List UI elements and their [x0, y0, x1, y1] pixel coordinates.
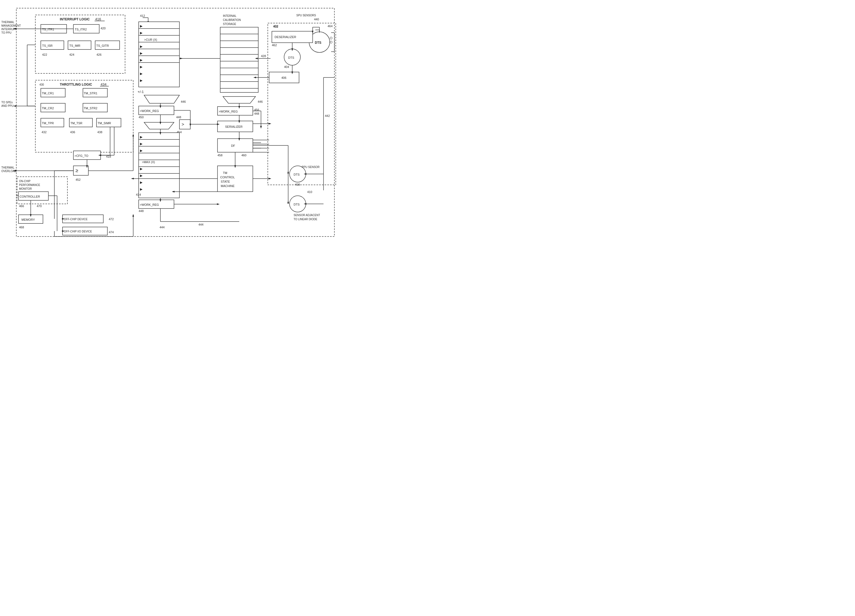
- to-spes-label1: TO SPEs: [2, 101, 13, 104]
- svg-text:▶: ▶: [140, 31, 143, 35]
- work-reg-448a-label: >WORK_REG: [140, 109, 159, 113]
- ref-432: 432: [41, 130, 46, 134]
- ref-448a: 448: [176, 115, 181, 119]
- internal-cal-label2: CALIBRATION: [223, 18, 241, 21]
- ref-446b: 446: [258, 100, 263, 103]
- reg-file-414: [139, 133, 179, 198]
- ts-itr2-label: TS_ITR2: [75, 28, 87, 31]
- internal-cal-label3: STORAGE: [223, 23, 236, 26]
- thermal-overload-label1: THERMAL: [2, 166, 14, 169]
- ref-418: 418: [106, 155, 111, 158]
- ref-426: 426: [97, 53, 101, 56]
- ref-416-label: 416: [95, 17, 101, 21]
- ref-422: 422: [42, 53, 47, 56]
- ref-410: 410: [307, 190, 312, 193]
- tm-control-label3: STATE: [221, 180, 230, 183]
- ref-464: 464: [328, 25, 332, 28]
- svg-text:▶: ▶: [140, 167, 143, 171]
- dts-410-label: DTS: [294, 203, 300, 206]
- svg-text:▶: ▶: [140, 135, 143, 139]
- ref-444-bottom: 444: [159, 226, 164, 229]
- ref-450: 450: [139, 115, 144, 119]
- mux-shape: [144, 122, 174, 129]
- tm-cr2-label: TM_CR2: [42, 107, 54, 110]
- ref-448b: 448: [139, 209, 144, 213]
- tm-simr-label: TM_SIMR: [98, 121, 111, 125]
- svg-text:▶: ▶: [140, 65, 143, 69]
- ref-474: 474: [109, 230, 113, 234]
- ref-448c: 448: [254, 112, 259, 115]
- serializer-label: SERIALIZER: [225, 125, 242, 128]
- thermal-mgmt-label1: THERMAL: [2, 21, 14, 24]
- ref-406-label: 406: [281, 76, 286, 80]
- ppu-sensor-label: PPU SENSOR: [302, 165, 320, 169]
- tm-control-label2: CONTROL: [220, 176, 235, 179]
- ref-438: 438: [97, 130, 102, 134]
- on-chip-label2: PERFORMANCE: [19, 184, 40, 187]
- ref-440: 440: [314, 18, 319, 21]
- ref-466: 466: [19, 204, 24, 208]
- thermal-overload-label2: OVERLOAD: [2, 170, 17, 173]
- off-chip-io-label: OFF-CHIP I/O DEVICE: [64, 230, 92, 233]
- ge-symbol: ≥: [75, 168, 78, 173]
- sensor-adjacent-label1: SENSOR ADJACENT: [294, 214, 320, 217]
- svg-text:▶: ▶: [140, 181, 143, 184]
- dts-404-label: DTS: [288, 56, 294, 59]
- ref-434: 434: [101, 82, 107, 86]
- svg-text:▶: ▶: [140, 142, 143, 146]
- gt-symbol: >: [182, 122, 184, 127]
- ts-itr1-label: TS_ITR1: [42, 28, 54, 31]
- svg-text:▶: ▶: [140, 78, 143, 82]
- svg-text:▶: ▶: [140, 51, 143, 55]
- ref-460: 460: [241, 153, 246, 157]
- tm-cr1-label: TM_CR1: [42, 92, 54, 95]
- sensor-adjacent-label2: TO LINEAR DIODE: [294, 218, 317, 221]
- cal-mux-shape: [223, 97, 256, 103]
- cur-x-label: >CUR (X): [144, 38, 157, 41]
- greater-comparator-box: [179, 120, 190, 129]
- ref-424: 424: [69, 53, 74, 56]
- ref-442: 442: [325, 114, 330, 118]
- ref-446a: 446: [181, 100, 186, 103]
- df-label: DF: [231, 144, 235, 147]
- thermal-mgmt-label4: TO PPU: [2, 31, 11, 34]
- dts-408-label: DTS: [294, 173, 300, 176]
- svg-point-77: [330, 41, 332, 43]
- df-box: [218, 139, 253, 152]
- tm-control-label1: TM: [223, 171, 227, 175]
- ref-428: 428: [261, 54, 266, 58]
- svg-text:▶: ▶: [140, 24, 143, 28]
- internal-cal-label1: INTERNAL: [223, 14, 236, 17]
- tm-control-label4: MACHINE: [221, 184, 234, 188]
- work-reg-448b-label: >WORK_REG: [140, 203, 159, 206]
- reg-file-412: [139, 22, 179, 87]
- internal-cal-reg: [220, 27, 258, 92]
- ref-468: 468: [19, 226, 24, 229]
- dts-spu-label: DTS: [315, 41, 321, 44]
- ref-420: 420: [101, 27, 106, 30]
- ts-imr-label: TS_IMR: [69, 44, 80, 47]
- ts-gitr-label: TS_GITR: [96, 44, 109, 47]
- tm-str2-label: TM_STR2: [84, 107, 97, 110]
- cfg-to-label: >CFG_TO: [75, 154, 88, 158]
- svg-text:▶: ▶: [140, 44, 143, 48]
- throttling-logic-label: THROTTLING LOGIC: [60, 83, 92, 86]
- ts-isr-label: TS_ISR: [42, 44, 53, 47]
- ref-404: 404: [284, 65, 289, 69]
- deserializer-label: DESERIALIZER: [274, 35, 296, 38]
- max-x-label: >MAX (X): [142, 160, 155, 164]
- on-chip-label1: ON-CHIP: [19, 180, 31, 183]
- ref-414: 414: [136, 193, 141, 196]
- svg-text:▶: ▶: [140, 187, 143, 191]
- interrupt-logic-label: INTERRUPT LOGIC: [60, 17, 90, 21]
- adder-shape: [144, 95, 179, 103]
- work-reg-456-label: >WORK_REG: [219, 110, 238, 113]
- ref-402-inner: 402: [273, 25, 278, 28]
- off-chip-device-label: OFF-CHIP DEVICE: [64, 218, 87, 221]
- svg-text:▶: ▶: [140, 174, 143, 178]
- ref-452: 452: [75, 178, 80, 181]
- ref-470: 470: [37, 204, 41, 208]
- ref-412: 412: [140, 14, 145, 17]
- tm-tsr-label: TM_TSR: [70, 121, 83, 125]
- ref-458: 458: [218, 153, 222, 157]
